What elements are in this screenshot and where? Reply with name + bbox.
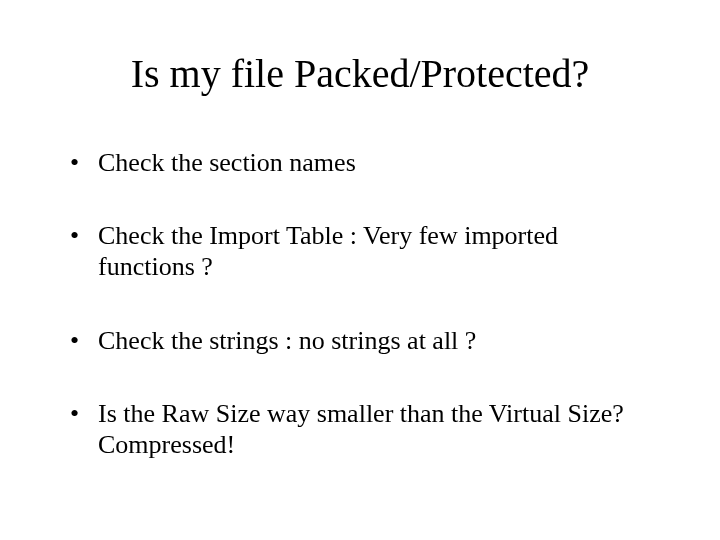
list-item: Check the section names bbox=[70, 147, 650, 178]
list-item: Check the strings : no strings at all ? bbox=[70, 325, 650, 356]
list-item: Is the Raw Size way smaller than the Vir… bbox=[70, 398, 650, 460]
bullet-list: Check the section names Check the Import… bbox=[70, 147, 650, 460]
slide-title: Is my file Packed/Protected? bbox=[60, 50, 660, 97]
list-item: Check the Import Table : Very few import… bbox=[70, 220, 650, 282]
slide: Is my file Packed/Protected? Check the s… bbox=[0, 0, 720, 540]
